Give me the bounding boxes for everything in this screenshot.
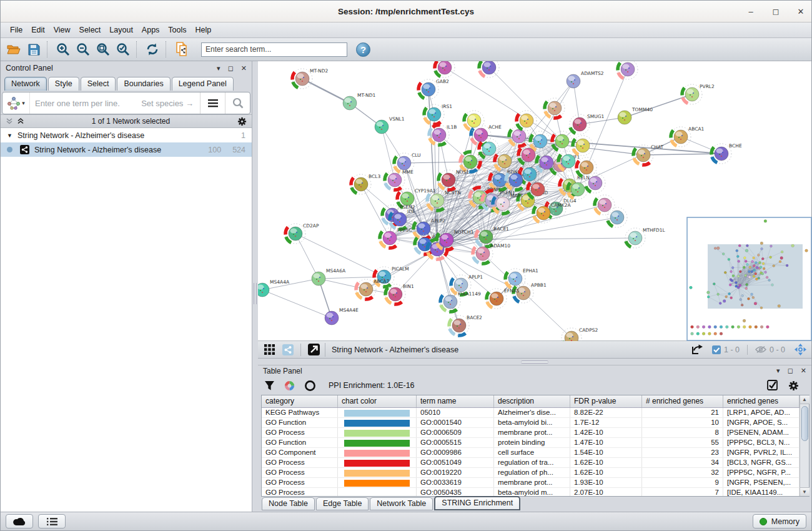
network-node-gab2[interactable]: GAB2 xyxy=(418,79,449,99)
memory-button[interactable]: Memory xyxy=(753,514,806,529)
tab-edge-table[interactable]: Edge Table xyxy=(316,497,369,510)
tab-style[interactable]: Style xyxy=(48,77,79,91)
table-row[interactable]: GO ProcessGO:0051049regulation of tra...… xyxy=(262,458,800,468)
network-node-vsnl1[interactable]: VSNL1 xyxy=(375,116,405,134)
table-row[interactable]: GO ProcessGO:0050435beta-amyloid m...2.0… xyxy=(262,488,800,496)
network-node-bcl3[interactable]: BCL3 xyxy=(351,174,380,194)
filter-funnel-icon[interactable] xyxy=(264,380,275,391)
network-node[interactable] xyxy=(618,61,638,79)
string-protein-dropdown[interactable]: ▾ xyxy=(2,92,30,114)
network-canvas[interactable]: MT-ND2MT-ND1VSNL1GAB2IRS1IL1BACHEAPOECLU… xyxy=(258,61,811,341)
zoom-out-button[interactable] xyxy=(74,41,92,59)
gear-icon[interactable] xyxy=(788,380,799,391)
network-node-ide[interactable]: IDE xyxy=(390,209,415,229)
menu-item-layout[interactable]: Layout xyxy=(105,24,137,36)
network-node[interactable] xyxy=(607,207,627,227)
table-row[interactable]: GO FunctionGO:0005515protein binding1.47… xyxy=(262,438,800,448)
scroll-up-button[interactable]: ▲ xyxy=(800,395,810,404)
network-node-cadps2[interactable]: CADPS2 xyxy=(562,327,598,341)
table-row[interactable]: GO ProcessGO:0019220regulation of ph...1… xyxy=(262,468,800,478)
close-button[interactable]: ✕ xyxy=(796,7,805,16)
menu-item-select[interactable]: Select xyxy=(75,24,106,36)
menu-item-file[interactable]: File xyxy=(6,24,27,36)
zoom-in-button[interactable] xyxy=(54,41,72,59)
menu-item-apps[interactable]: Apps xyxy=(137,24,164,36)
string-term-input[interactable] xyxy=(30,99,141,108)
network-node-il1b[interactable]: IL1B xyxy=(429,124,457,145)
column-header[interactable]: enriched genes xyxy=(723,395,800,407)
select-checkbox-icon[interactable] xyxy=(767,380,778,391)
column-header[interactable]: term name xyxy=(417,395,494,407)
string-view-button[interactable] xyxy=(280,343,295,357)
network-collection-row[interactable]: ▼ String Network - Alzheimer's disease 1 xyxy=(1,128,252,142)
eye-hidden-icon[interactable] xyxy=(755,345,766,354)
close-panel-icon[interactable]: ✕ xyxy=(801,367,806,375)
checkbox-icon[interactable] xyxy=(712,345,721,354)
table-row[interactable]: GO ProcessGO:0006509membrane prot...1.42… xyxy=(262,428,800,438)
network-node-cd2ap[interactable]: CD2AP xyxy=(285,223,319,244)
open-session-button[interactable] xyxy=(4,41,23,59)
birds-eye-view[interactable] xyxy=(687,217,811,340)
tab-string-enrichment[interactable]: STRING Enrichment xyxy=(434,496,520,510)
tab-legend-panel[interactable]: Legend Panel xyxy=(172,77,234,91)
maximize-button[interactable]: ◻ xyxy=(771,7,780,16)
table-row[interactable]: GO FunctionGO:0001540beta-amyloid bi...1… xyxy=(262,418,800,428)
network-node-adam10[interactable]: ADAM10 xyxy=(473,243,510,264)
network-node-abca1[interactable]: ABCA1 xyxy=(671,126,705,147)
tab-network[interactable]: Network xyxy=(4,77,47,91)
tab-node-table[interactable]: Node Table xyxy=(262,497,315,510)
set-species-label[interactable]: Set species → xyxy=(141,99,200,108)
network-node-tomm40[interactable]: TOMM40 xyxy=(618,107,653,124)
fit-content-button[interactable] xyxy=(793,343,808,357)
expand-all-icon[interactable] xyxy=(17,117,24,125)
refresh-button[interactable] xyxy=(143,41,162,59)
network-node-ms4a4e[interactable]: MS4A4E xyxy=(325,307,359,325)
network-node-mthfd1l[interactable]: MTHFD1L xyxy=(625,227,666,248)
network-node-abca7[interactable]: ABCA7 xyxy=(356,279,390,299)
divider-handle[interactable] xyxy=(254,283,257,304)
panel-divider-horizontal[interactable] xyxy=(258,359,811,365)
network-node[interactable] xyxy=(595,195,615,215)
column-header[interactable]: chart color xyxy=(338,395,417,407)
network-node[interactable] xyxy=(464,111,484,131)
open-in-window-button[interactable] xyxy=(306,343,321,357)
float-panel-icon[interactable]: ▾ xyxy=(217,64,220,72)
network-svg[interactable]: MT-ND2MT-ND1VSNL1GAB2IRS1IL1BACHEAPOECLU… xyxy=(258,61,812,341)
network-node-mt-nd1[interactable]: MT-ND1 xyxy=(343,92,375,110)
divider-handle[interactable] xyxy=(521,360,548,364)
network-node[interactable] xyxy=(517,111,537,131)
panel-divider-vertical[interactable] xyxy=(252,61,258,512)
network-node-bche[interactable]: BCHE xyxy=(711,143,742,164)
column-header[interactable]: FDR p-value xyxy=(570,395,642,407)
scroll-down-button[interactable]: ▼ xyxy=(800,487,810,496)
network-node-ms4a6a[interactable]: MS4A6A xyxy=(312,268,346,285)
table-row[interactable]: GO ComponentGO:0009986cell surface1.54E-… xyxy=(262,448,800,458)
network-from-clipboard-button[interactable] xyxy=(172,41,191,59)
export-view-button[interactable] xyxy=(690,343,705,357)
menu-item-tools[interactable]: Tools xyxy=(164,24,191,36)
network-node-kiaa1149[interactable]: KIAA1149 xyxy=(440,291,481,312)
enrichment-chart-icon[interactable] xyxy=(284,380,295,392)
network-node-ms4a4a[interactable]: MS4A4A xyxy=(258,279,290,297)
maximize-panel-icon[interactable]: ◻ xyxy=(788,367,793,375)
network-node[interactable] xyxy=(435,61,455,77)
menu-item-view[interactable]: View xyxy=(49,24,75,36)
network-node[interactable] xyxy=(573,136,593,156)
network-node-irs1[interactable]: IRS1 xyxy=(424,104,452,124)
zoom-fit-button[interactable] xyxy=(94,41,112,59)
network-node[interactable] xyxy=(479,61,499,77)
save-session-button[interactable] xyxy=(24,41,43,59)
collapse-all-icon[interactable] xyxy=(6,117,13,125)
network-node-bace2[interactable]: BACE2 xyxy=(449,315,482,335)
maximize-panel-icon[interactable]: ◻ xyxy=(228,64,234,72)
minimize-button[interactable]: – xyxy=(746,7,755,16)
tab-network-table[interactable]: Network Table xyxy=(370,497,433,510)
network-node-adamts2[interactable]: ADAMTS2 xyxy=(567,71,604,88)
tab-select[interactable]: Select xyxy=(81,77,116,91)
table-scrollbar[interactable]: ▲ ▼ xyxy=(800,395,809,496)
string-search-button[interactable] xyxy=(225,92,250,114)
gear-icon[interactable] xyxy=(237,117,247,126)
task-history-button[interactable] xyxy=(38,514,66,529)
scrollbar-thumb[interactable] xyxy=(801,406,808,441)
network-row[interactable]: String Network - Alzheimer's disease 100… xyxy=(1,142,252,157)
